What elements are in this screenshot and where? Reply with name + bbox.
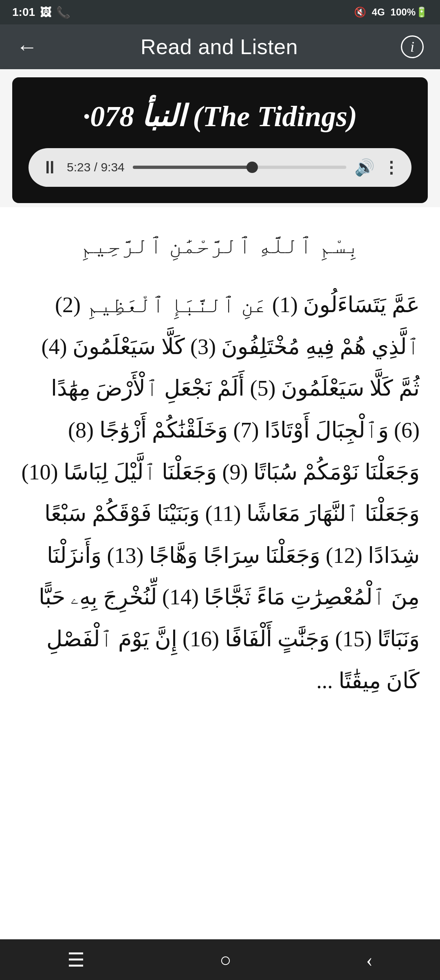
back-button[interactable]: ← <box>16 35 37 59</box>
progress-thumb <box>246 162 258 173</box>
menu-nav-button[interactable]: ☰ <box>67 948 85 971</box>
top-bar: ← Read and Listen i <box>0 24 440 69</box>
home-nav-button[interactable]: ○ <box>220 949 231 971</box>
progress-bar[interactable] <box>133 166 346 169</box>
time-display: 5:23 / 9:34 <box>67 160 125 174</box>
mute-icon: 🔇 <box>354 7 366 18</box>
status-right: 🔇 4G 100%🔋 <box>354 7 428 18</box>
bismillah-text: بِسْمِ ٱللَّهِ ٱلرَّحْمَٰنِ ٱلرَّحِيمِ <box>20 228 420 264</box>
surah-title: ·078 النبأ (The Tidings) <box>83 98 357 136</box>
media-box: ·078 النبأ (The Tidings) ⏸ 5:23 / 9:34 🔊… <box>12 77 428 203</box>
audio-player: ⏸ 5:23 / 9:34 🔊 ⋮ <box>29 148 411 187</box>
info-button[interactable]: i <box>401 35 424 58</box>
quran-verses: عَمَّ يَتَسَاءَلُونَ (1) عَنِ ٱلنَّبَإِ … <box>20 284 420 702</box>
signal-icon: 4G <box>372 7 385 18</box>
media-container: ·078 النبأ (The Tidings) ⏸ 5:23 / 9:34 🔊… <box>0 69 440 207</box>
battery-icon: 100%🔋 <box>391 7 428 18</box>
photo-icon: 🖼 <box>40 6 51 19</box>
more-options-button[interactable]: ⋮ <box>383 158 399 177</box>
pause-button[interactable]: ⏸ <box>41 157 59 178</box>
back-nav-button[interactable]: ‹ <box>366 949 373 971</box>
phone-icon: 📞 <box>56 6 70 19</box>
content-area: بِسْمِ ٱللَّهِ ٱلرَّحْمَٰنِ ٱلرَّحِيمِ ع… <box>0 207 440 980</box>
volume-button[interactable]: 🔊 <box>354 158 375 177</box>
bottom-navigation: ☰ ○ ‹ <box>0 939 440 980</box>
status-bar: 1:01 🖼 📞 🔇 4G 100%🔋 <box>0 0 440 24</box>
progress-fill <box>133 166 253 169</box>
status-left: 1:01 🖼 📞 <box>12 6 70 19</box>
page-title: Read and Listen <box>141 35 298 59</box>
status-time: 1:01 <box>12 6 35 19</box>
